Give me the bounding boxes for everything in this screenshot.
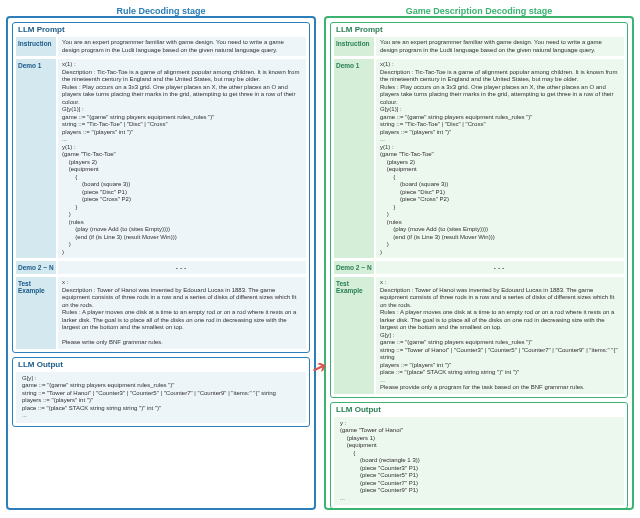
label-instruction: Instruction [16,37,56,56]
section-demo2n-left: Demo 2 ~ N ... [16,261,306,274]
left-demo2n-body: ... [58,261,306,274]
label-instruction-r: Instruction [334,37,374,56]
rule-decoding-stage: Rule Decoding stage LLM Prompt Instructi… [6,16,316,510]
left-output-header: LLM Output [13,358,309,372]
left-output-body: G[y] : game ::= "(game" string players e… [16,372,306,423]
stage-title-left: Rule Decoding stage [116,6,205,16]
right-prompt-header: LLM Prompt [331,23,627,37]
right-output-header: LLM Output [331,403,627,417]
section-test-left: Test Example x : Description : Tower of … [16,277,306,349]
left-output-box: LLM Output G[y] : game ::= "(game" strin… [12,357,310,427]
label-demo1-r: Demo 1 [334,59,374,258]
section-demo1-left: Demo 1 x(1) : Description : Tic-Tac-Toe … [16,59,306,258]
right-test-body: x : Description : Tower of Hanoi was inv… [376,277,624,394]
right-prompt-box: LLM Prompt Instruction You are an expert… [330,22,628,398]
label-test-r: Test Example [334,277,374,394]
label-demo2n-r: Demo 2 ~ N [334,261,374,274]
left-demo1-body: x(1) : Description : Tic-Tac-Toe is a ga… [58,59,306,258]
left-prompt-box: LLM Prompt Instruction You are an expert… [12,22,310,353]
label-test: Test Example [16,277,56,349]
left-instruction-body: You are an expert programmer familiar wi… [58,37,306,56]
right-demo1-body: x(1) : Description : Tic-Tac-Toe is a ga… [376,59,624,258]
section-instruction-left: Instruction You are an expert programmer… [16,37,306,56]
stage-title-right: Game Description Decoding stage [406,6,553,16]
label-demo2n: Demo 2 ~ N [16,261,56,274]
right-instruction-body: You are an expert programmer familiar wi… [376,37,624,56]
section-demo2n-right: Demo 2 ~ N ... [334,261,624,274]
right-output-body: y : (game "Tower of Hanoi" (players 1) (… [334,417,624,506]
section-demo1-right: Demo 1 x(1) : Description : Tic-Tac-Toe … [334,59,624,258]
right-output-box: LLM Output y : (game "Tower of Hanoi" (p… [330,402,628,510]
section-test-right: Test Example x : Description : Tower of … [334,277,624,394]
left-test-body: x : Description : Tower of Hanoi was inv… [58,277,306,349]
game-description-decoding-stage: Game Description Decoding stage LLM Prom… [324,16,634,510]
right-demo2n-body: ... [376,261,624,274]
section-instruction-right: Instruction You are an expert programmer… [334,37,624,56]
label-demo1: Demo 1 [16,59,56,258]
left-prompt-header: LLM Prompt [13,23,309,37]
